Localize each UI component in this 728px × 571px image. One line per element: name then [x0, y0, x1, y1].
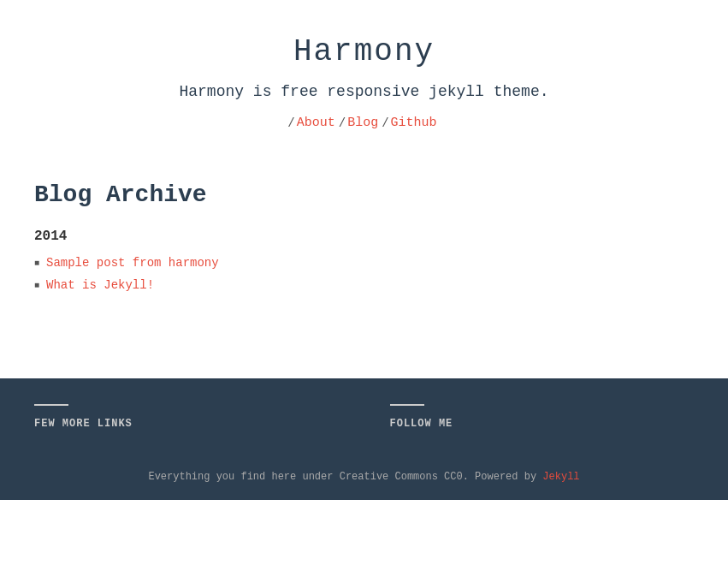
nav-link-about[interactable]: About: [297, 116, 335, 130]
archive-list-item: What is Jekyll!: [34, 278, 694, 292]
footer-social-section: FOLLOW ME: [390, 404, 695, 442]
jekyll-link[interactable]: Jekyll: [542, 471, 579, 483]
site-footer: FEW MORE LINKS FOLLOW ME Everything you …: [0, 378, 728, 500]
site-title: Harmony: [17, 34, 711, 69]
main-content: Blog Archive 2014 Sample post from harmo…: [0, 156, 728, 378]
nav-separator: /: [339, 116, 346, 130]
footer-top: FEW MORE LINKS FOLLOW ME: [34, 404, 694, 442]
site-nav: / About/ Blog/ Github: [17, 116, 711, 130]
footer-links-section: FEW MORE LINKS: [34, 404, 339, 442]
site-header: Harmony Harmony is free responsive jekyl…: [0, 0, 728, 156]
nav-link-github[interactable]: Github: [391, 116, 437, 130]
footer-bottom: Everything you find here under Creative …: [34, 462, 694, 483]
nav-link-blog[interactable]: Blog: [347, 116, 378, 130]
nav-separator: /: [287, 116, 294, 130]
archive-year: 2014: [34, 229, 694, 244]
archive-list-item: Sample post from harmony: [34, 256, 694, 270]
archive-post-link[interactable]: What is Jekyll!: [46, 278, 154, 292]
archive-list: Sample post from harmonyWhat is Jekyll!: [34, 256, 694, 292]
archive-post-link[interactable]: Sample post from harmony: [46, 256, 219, 270]
footer-social-title: FOLLOW ME: [390, 418, 695, 430]
blog-archive-title: Blog Archive: [34, 181, 694, 208]
footer-divider-links: [34, 404, 68, 406]
nav-separator: /: [382, 116, 388, 130]
footer-divider-social: [390, 404, 424, 406]
footer-links-title: FEW MORE LINKS: [34, 418, 339, 430]
site-description: Harmony is free responsive jekyll theme.: [17, 83, 711, 100]
footer-bottom-text: Everything you find here under Creative …: [148, 471, 536, 483]
